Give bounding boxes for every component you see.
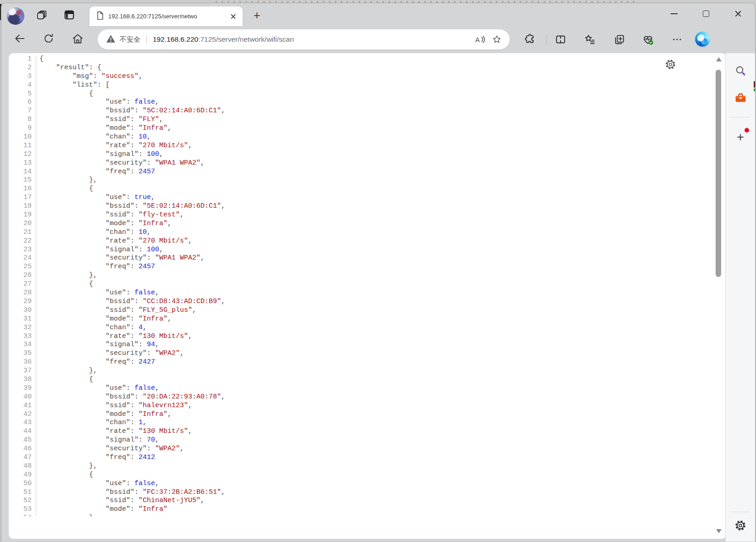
line-number: 51 — [9, 488, 36, 497]
code-text: } — [36, 514, 93, 516]
scrollbar-thumb[interactable] — [716, 70, 721, 277]
workspaces-button[interactable] — [35, 8, 49, 22]
extensions-button[interactable] — [523, 33, 536, 46]
address-bar[interactable]: 不安全 192.168.6.220:7125/server/network/wi… — [98, 29, 510, 50]
scroll-down-icon[interactable] — [716, 529, 722, 533]
code-line: 43 ″chan″: 1, — [9, 419, 711, 427]
json-viewer-settings-button[interactable] — [664, 58, 676, 70]
close-button[interactable] — [729, 7, 747, 21]
code-line: 11 ″rate″: ″270 Mbit/s″, — [9, 142, 711, 150]
scrollbar[interactable] — [715, 53, 723, 539]
code-text: ″security″: ″WPA1 WPA2″, — [36, 159, 205, 168]
notification-dot — [745, 128, 749, 133]
minimize-button[interactable] — [665, 7, 683, 21]
code-text: ″mode″: ″Infra″, — [36, 410, 172, 419]
sidebar-search-button[interactable] — [734, 64, 747, 77]
line-number: 10 — [9, 133, 36, 142]
code-line: 51 ″bssid″: ″FC:37:2B:A2:B6:51″, — [9, 488, 711, 497]
line-number: 38 — [9, 376, 36, 384]
tab-close-button[interactable] — [230, 13, 237, 20]
security-label[interactable]: 不安全 — [120, 35, 140, 44]
line-number: 27 — [9, 280, 36, 289]
sidebar-divider — [731, 512, 750, 512]
gear-icon — [665, 59, 676, 70]
code-text: ″freq″: 2412 — [36, 454, 155, 462]
code-line: 20 ″mode″: ″Infra″, — [9, 220, 711, 228]
code-line: 5 { — [9, 90, 711, 99]
code-line: 45 ″signal″: 70, — [9, 436, 711, 445]
line-number: 14 — [9, 168, 36, 177]
sidebar-add-button[interactable]: + — [734, 130, 747, 144]
line-number: 44 — [9, 427, 36, 436]
line-number: 20 — [9, 220, 36, 228]
code-line: 2 ″result″: { — [9, 64, 711, 72]
code-text: }, — [36, 367, 97, 376]
line-number: 17 — [9, 194, 36, 202]
line-number: 49 — [9, 471, 36, 480]
essentials-button[interactable] — [641, 33, 655, 46]
favorite-star-button[interactable] — [490, 33, 503, 46]
code-line: 23 ″signal″: 100, — [9, 246, 711, 254]
favorites-bar-icon — [584, 33, 596, 45]
line-number: 18 — [9, 202, 36, 211]
code-text: ″msg″: ″success″, — [36, 72, 143, 81]
code-text: ″rate″: ″130 Mbit/s″, — [36, 427, 192, 436]
code-line: 30 ″ssid″: ″FLY_5G_plus″, — [9, 306, 711, 315]
code-line: 22 ″rate″: ″270 Mbit/s″, — [9, 237, 711, 246]
code-area[interactable]: 1{2 ″result″: {3 ″msg″: ″success″,4 ″lis… — [9, 53, 711, 516]
favorite-star-icon — [492, 34, 502, 44]
line-number: 28 — [9, 289, 36, 298]
code-line: 19 ″ssid″: ″fly-test″, — [9, 211, 711, 220]
toolbar-separator — [546, 34, 547, 45]
code-text: ″bssid″: ″5E:02:14:A0:6D:C1″, — [36, 202, 225, 211]
code-line: 8 ″ssid″: ″FLY″, — [9, 116, 711, 124]
new-tab-button[interactable]: + — [250, 8, 264, 22]
code-line: 33 ″rate″: ″130 Mbit/s″, — [9, 332, 711, 341]
line-number: 53 — [9, 505, 36, 514]
add-icon: + — [737, 130, 744, 144]
line-number: 12 — [9, 150, 36, 159]
code-line: 12 ″signal″: 100, — [9, 150, 711, 159]
favorites-button[interactable] — [583, 33, 597, 46]
back-button[interactable] — [13, 33, 27, 46]
url-text[interactable]: 192.168.6.220:7125/server/network/wifi/s… — [153, 35, 294, 44]
copilot-button[interactable] — [695, 32, 710, 47]
search-icon — [734, 65, 747, 77]
extensions-icon — [523, 33, 535, 45]
sidebar-settings-button[interactable] — [734, 519, 747, 532]
line-number: 29 — [9, 298, 36, 306]
refresh-button[interactable] — [42, 33, 56, 46]
sidebar-toolbox-button[interactable] — [734, 91, 747, 105]
code-line: 31 ″mode″: ″Infra″, — [9, 315, 711, 324]
collections-button[interactable] — [612, 33, 626, 46]
code-text: ″signal″: 100, — [36, 246, 163, 254]
split-screen-button[interactable] — [554, 33, 567, 46]
code-lines: 1{2 ″result″: {3 ″msg″: ″success″,4 ″lis… — [9, 55, 711, 516]
minimize-icon — [671, 13, 678, 14]
tab-actions-button[interactable] — [62, 8, 76, 22]
profile-avatar[interactable] — [7, 7, 24, 25]
code-text: ″rate″: ″270 Mbit/s″, — [36, 237, 192, 246]
line-number: 39 — [9, 384, 36, 393]
code-text: ″use″: false, — [36, 384, 159, 393]
code-text: ″security″: ″WPA2″, — [36, 349, 184, 358]
line-number: 2 — [9, 64, 36, 72]
code-text: { — [36, 90, 93, 99]
maximize-button[interactable] — [697, 7, 715, 21]
line-number: 42 — [9, 410, 36, 419]
code-text: ″chan″: 10, — [36, 133, 151, 142]
home-icon — [72, 33, 84, 47]
home-button[interactable] — [71, 33, 84, 46]
line-number: 16 — [9, 185, 36, 194]
line-number: 19 — [9, 211, 36, 220]
read-aloud-button[interactable]: A — [474, 33, 487, 46]
code-text: ″security″: ″WPA1 WPA2″, — [36, 254, 205, 263]
line-number: 32 — [9, 324, 36, 332]
active-tab[interactable]: 192.168.6.220:7125/server/netwo — [89, 6, 243, 26]
line-number: 24 — [9, 254, 36, 263]
scroll-up-icon[interactable] — [716, 57, 722, 61]
svg-text:A: A — [475, 36, 479, 44]
code-text: { — [36, 55, 44, 64]
settings-more-button[interactable] — [670, 33, 684, 46]
code-text: ″use″: false, — [36, 480, 159, 488]
